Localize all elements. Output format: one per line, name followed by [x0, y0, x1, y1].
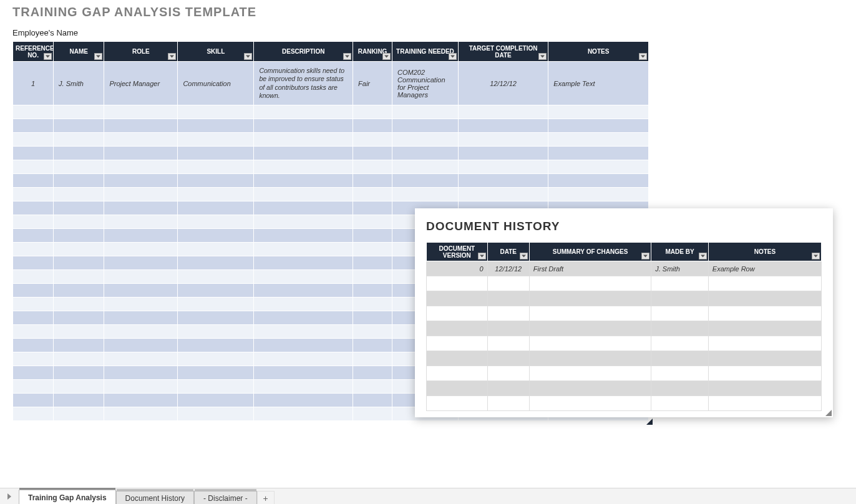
empty-cell[interactable]: [708, 306, 821, 321]
table-row[interactable]: 1J. SmithProject ManagerCommunicationCom…: [13, 62, 649, 105]
empty-cell[interactable]: [548, 133, 649, 147]
empty-cell[interactable]: [178, 270, 254, 284]
empty-cell[interactable]: [54, 394, 104, 407]
empty-cell[interactable]: [178, 133, 254, 147]
empty-cell[interactable]: [353, 256, 392, 270]
filter-dropdown-icon[interactable]: [449, 53, 457, 60]
empty-cell[interactable]: [353, 243, 392, 256]
table-row[interactable]: [13, 160, 649, 174]
empty-cell[interactable]: [548, 188, 649, 201]
empty-cell[interactable]: [651, 321, 709, 336]
col-header-ranking[interactable]: RANKING: [353, 42, 392, 62]
empty-cell[interactable]: [427, 276, 488, 291]
empty-cell[interactable]: [458, 105, 548, 119]
empty-cell[interactable]: [54, 215, 104, 229]
empty-cell[interactable]: [54, 352, 104, 366]
empty-cell[interactable]: [254, 119, 353, 133]
empty-cell[interactable]: [427, 321, 488, 336]
empty-cell[interactable]: [178, 339, 254, 352]
empty-cell[interactable]: [13, 215, 54, 229]
empty-cell[interactable]: [651, 381, 709, 396]
cell-made-by[interactable]: J. Smith: [651, 261, 709, 276]
empty-cell[interactable]: [487, 276, 529, 291]
empty-cell[interactable]: [254, 243, 353, 256]
empty-cell[interactable]: [708, 276, 821, 291]
table-row[interactable]: [13, 188, 649, 201]
empty-cell[interactable]: [104, 270, 178, 284]
empty-cell[interactable]: [54, 133, 104, 147]
empty-cell[interactable]: [104, 201, 178, 215]
empty-cell[interactable]: [427, 336, 488, 351]
empty-cell[interactable]: [54, 105, 104, 119]
empty-cell[interactable]: [353, 133, 392, 147]
empty-cell[interactable]: [392, 105, 459, 119]
filter-dropdown-icon[interactable]: [538, 53, 547, 60]
table-row[interactable]: [427, 336, 822, 351]
empty-cell[interactable]: [254, 325, 353, 339]
empty-cell[interactable]: [178, 201, 254, 215]
empty-cell[interactable]: [651, 366, 709, 381]
col-header-target-completion-date[interactable]: TARGET COMPLETION DATE: [458, 42, 548, 62]
empty-cell[interactable]: [254, 311, 353, 325]
empty-cell[interactable]: [13, 133, 54, 147]
col-header-notes[interactable]: NOTES: [548, 42, 649, 62]
empty-cell[interactable]: [54, 119, 104, 133]
filter-dropdown-icon[interactable]: [94, 53, 102, 60]
empty-cell[interactable]: [392, 147, 459, 160]
empty-cell[interactable]: [104, 366, 178, 380]
col-header-role[interactable]: ROLE: [104, 42, 178, 62]
empty-cell[interactable]: [178, 325, 254, 339]
empty-cell[interactable]: [178, 215, 254, 229]
cell-date[interactable]: 12/12/12: [487, 261, 529, 276]
empty-cell[interactable]: [178, 147, 254, 160]
empty-cell[interactable]: [651, 396, 709, 411]
empty-cell[interactable]: [54, 325, 104, 339]
empty-cell[interactable]: [104, 352, 178, 366]
empty-cell[interactable]: [13, 119, 54, 133]
empty-cell[interactable]: [104, 215, 178, 229]
empty-cell[interactable]: [104, 311, 178, 325]
table-row[interactable]: [427, 381, 822, 396]
empty-cell[interactable]: [254, 201, 353, 215]
empty-cell[interactable]: [708, 351, 821, 366]
empty-cell[interactable]: [178, 380, 254, 394]
empty-cell[interactable]: [254, 215, 353, 229]
empty-cell[interactable]: [427, 351, 488, 366]
empty-cell[interactable]: [104, 298, 178, 311]
tab-document-history[interactable]: Document History: [116, 491, 194, 504]
empty-cell[interactable]: [13, 325, 54, 339]
col-header-notes[interactable]: NOTES: [708, 243, 821, 261]
empty-cell[interactable]: [548, 160, 649, 174]
empty-cell[interactable]: [54, 174, 104, 188]
empty-cell[interactable]: [178, 243, 254, 256]
panel-resize-handle-icon[interactable]: [825, 410, 832, 416]
empty-cell[interactable]: [104, 119, 178, 133]
empty-cell[interactable]: [178, 174, 254, 188]
empty-cell[interactable]: [392, 119, 459, 133]
col-header-description[interactable]: DESCRIPTION: [254, 42, 353, 62]
empty-cell[interactable]: [353, 147, 392, 160]
empty-cell[interactable]: [353, 407, 392, 421]
empty-cell[interactable]: [487, 291, 529, 306]
empty-cell[interactable]: [254, 229, 353, 243]
cell-name[interactable]: J. Smith: [54, 62, 104, 105]
empty-cell[interactable]: [178, 394, 254, 407]
empty-cell[interactable]: [54, 201, 104, 215]
cell-document-version[interactable]: 0: [427, 261, 488, 276]
empty-cell[interactable]: [13, 147, 54, 160]
empty-cell[interactable]: [178, 311, 254, 325]
empty-cell[interactable]: [54, 366, 104, 380]
empty-cell[interactable]: [254, 105, 353, 119]
empty-cell[interactable]: [353, 160, 392, 174]
empty-cell[interactable]: [54, 311, 104, 325]
empty-cell[interactable]: [13, 243, 54, 256]
empty-cell[interactable]: [353, 215, 392, 229]
filter-dropdown-icon[interactable]: [520, 253, 528, 259]
empty-cell[interactable]: [13, 298, 54, 311]
table-resize-handle-icon[interactable]: [646, 419, 653, 425]
empty-cell[interactable]: [458, 160, 548, 174]
col-header-date[interactable]: DATE: [487, 243, 529, 261]
empty-cell[interactable]: [178, 229, 254, 243]
filter-dropdown-icon[interactable]: [168, 53, 176, 60]
empty-cell[interactable]: [104, 105, 178, 119]
